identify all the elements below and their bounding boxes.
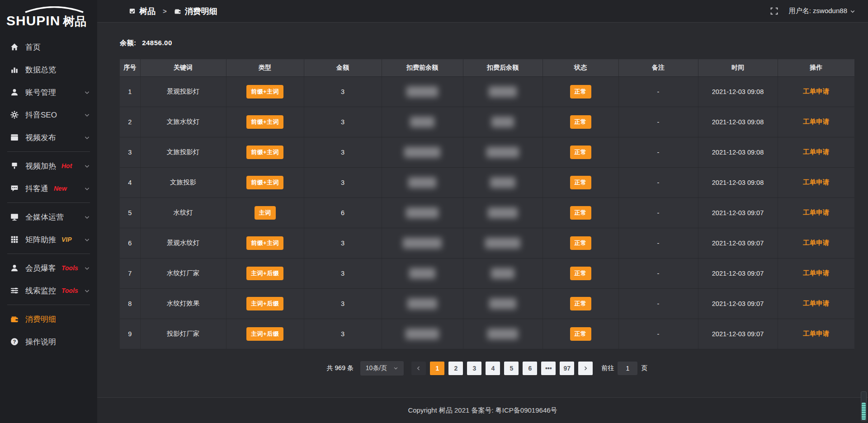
chart-icon — [10, 65, 19, 74]
sidebar-item-member-baoke[interactable]: 会员爆客Tools — [0, 257, 97, 279]
work-order-link[interactable]: 工单申请 — [803, 209, 829, 216]
grid-icon — [10, 235, 19, 244]
sidebar-item-data-overview[interactable]: 数据总览 — [0, 58, 97, 81]
sidebar-item-tag: New — [54, 185, 67, 192]
breadcrumb-separator: > — [163, 7, 167, 15]
work-order-link[interactable]: 工单申请 — [803, 269, 829, 277]
page-button-5[interactable]: 5 — [504, 362, 519, 375]
wallet-icon — [174, 8, 181, 15]
work-order-link[interactable]: 工单申请 — [803, 239, 829, 246]
cell-keyword: 景观水纹灯 — [140, 228, 226, 258]
blurred-value — [486, 147, 519, 158]
logo-arc — [23, 6, 86, 13]
sidebar-item-consumption-detail[interactable]: 消费明细 — [0, 308, 97, 330]
topbar-right: 用户名: zswodun88 — [770, 7, 855, 15]
sidebar-item-label: 视频加热 — [25, 161, 56, 171]
cell-balance-before — [382, 137, 463, 167]
cell-remark: - — [618, 258, 698, 288]
page-button-2[interactable]: 2 — [448, 362, 463, 375]
scrollbar[interactable] — [861, 391, 867, 421]
cell-keyword: 文旅水纹灯 — [140, 107, 226, 137]
cell-type: 主词+后缀 — [226, 258, 304, 288]
cell-keyword: 水纹灯 — [140, 197, 226, 228]
type-badge: 主词+后缀 — [246, 327, 283, 341]
column-header: 状态 — [542, 59, 618, 76]
cell-remark: - — [618, 197, 698, 228]
cell-index: 7 — [120, 258, 140, 288]
sidebar-item-matrix-boost[interactable]: 矩阵助推VIP — [0, 228, 97, 251]
sidebar-item-video-publish[interactable]: 视频发布 — [0, 126, 97, 149]
cell-status: 正常 — [542, 228, 618, 258]
sidebar-item-operation-guide[interactable]: ?操作说明 — [0, 330, 97, 353]
cell-action: 工单申请 — [778, 288, 854, 319]
next-page-button[interactable] — [578, 362, 593, 375]
cell-balance-before — [382, 228, 463, 258]
cell-balance-before — [382, 76, 463, 107]
blurred-value — [491, 117, 514, 127]
table-row: 8水纹灯效果主词+后缀3正常-2021-12-03 09:07工单申请 — [120, 288, 854, 319]
page-size-select[interactable]: 10条/页 — [360, 361, 404, 376]
sidebar-item-video-heat[interactable]: 视频加热Hot — [0, 155, 97, 177]
work-order-link[interactable]: 工单申请 — [803, 179, 829, 186]
gear-icon — [10, 110, 19, 119]
sidebar: SHUPIN 树品 首页数据总览账号管理抖音SEO视频发布视频加热Hot抖客通N… — [0, 0, 97, 423]
scrollbar-thumb[interactable] — [862, 403, 866, 420]
cell-balance-after — [463, 258, 542, 288]
fullscreen-icon[interactable] — [770, 7, 778, 15]
work-order-link[interactable]: 工单申请 — [803, 88, 829, 95]
cell-type: 主词+后缀 — [226, 288, 304, 319]
cell-keyword: 水纹灯效果 — [140, 288, 226, 319]
sidebar-item-clue-monitor[interactable]: 线索监控Tools — [0, 279, 97, 302]
blurred-value — [403, 238, 442, 249]
app-window: SHUPIN 树品 首页数据总览账号管理抖音SEO视频发布视频加热Hot抖客通N… — [0, 0, 868, 423]
page-button-97[interactable]: 97 — [560, 362, 574, 375]
cell-type: 前缀+主词 — [226, 76, 304, 107]
cell-type: 前缀+主词 — [226, 167, 304, 197]
prev-page-button[interactable] — [411, 362, 426, 375]
cell-remark: - — [618, 228, 698, 258]
user-menu[interactable]: 用户名: zswodun88 — [789, 7, 855, 15]
work-order-link[interactable]: 工单申请 — [803, 330, 829, 337]
question-icon: ? — [10, 337, 19, 346]
home-icon — [10, 42, 19, 52]
sidebar-item-account-management[interactable]: 账号管理 — [0, 81, 97, 103]
chevron-down-icon — [84, 265, 90, 271]
sidebar-item-douyin-seo[interactable]: 抖音SEO — [0, 103, 97, 126]
cell-time: 2021-12-03 09:08 — [698, 107, 778, 137]
work-order-link[interactable]: 工单申请 — [803, 118, 829, 125]
table-row: 6景观水纹灯前缀+主词3正常-2021-12-03 09:07工单申请 — [120, 228, 854, 258]
chevron-down-icon — [84, 112, 90, 118]
topbar: 树品 > 消费明细 用户名: zswodun88 — [97, 0, 868, 23]
sidebar-item-media-operation[interactable]: 全媒体运营 — [0, 206, 97, 228]
brand-name-en: SHUPIN — [6, 13, 60, 28]
page-button-4[interactable]: 4 — [486, 362, 500, 375]
chevron-right-icon — [583, 366, 588, 371]
sidebar-item-douketong[interactable]: 抖客通New — [0, 177, 97, 200]
sidebar-item-label: 会员爆客 — [25, 263, 56, 273]
column-header: 扣费后余额 — [463, 59, 542, 76]
page-button-1[interactable]: 1 — [430, 362, 444, 375]
page-ellipsis-button[interactable]: ••• — [541, 362, 556, 375]
column-header: 时间 — [698, 59, 778, 76]
cell-remark: - — [618, 76, 698, 107]
chevron-down-icon — [84, 237, 90, 243]
breadcrumb-item[interactable]: 树品 — [139, 6, 156, 17]
cell-index: 8 — [120, 288, 140, 319]
blurred-value — [407, 298, 437, 309]
page-button-6[interactable]: 6 — [523, 362, 537, 375]
svg-text:?: ? — [13, 339, 16, 344]
blurred-value — [408, 177, 436, 188]
goto-page-input[interactable] — [618, 362, 637, 375]
cell-action: 工单申请 — [778, 107, 854, 137]
type-badge: 前缀+主词 — [246, 115, 283, 129]
blurred-value — [485, 238, 520, 249]
type-badge: 前缀+主词 — [246, 236, 283, 250]
breadcrumb: 树品 > 消费明细 — [129, 6, 217, 17]
chevron-down-icon — [84, 163, 90, 169]
sidebar-item-home[interactable]: 首页 — [0, 36, 97, 58]
work-order-link[interactable]: 工单申请 — [803, 148, 829, 155]
sidebar-item-label: 全媒体运营 — [25, 212, 64, 222]
work-order-link[interactable]: 工单申请 — [803, 300, 829, 307]
balance: 余额: 24856.00 — [120, 39, 854, 47]
page-button-3[interactable]: 3 — [467, 362, 481, 375]
